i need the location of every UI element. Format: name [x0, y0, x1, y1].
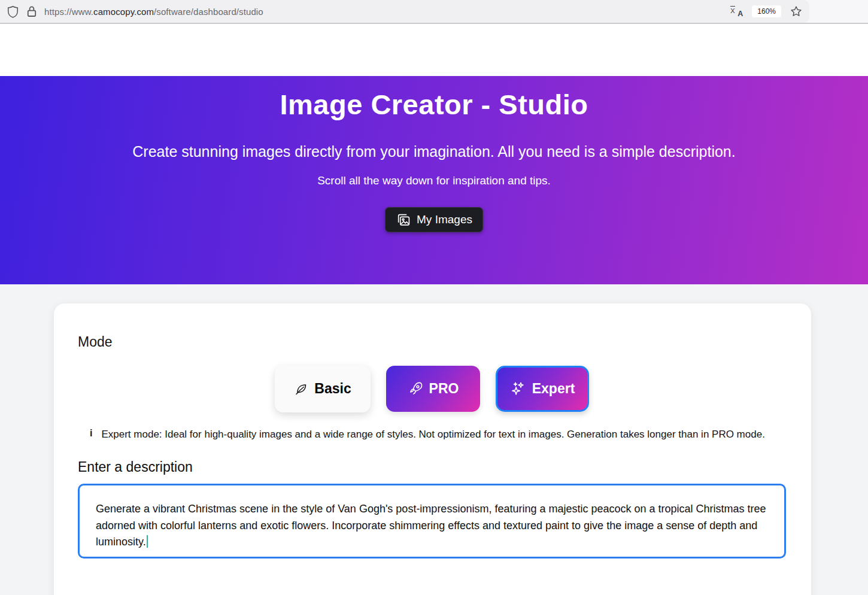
- text-caret: [147, 535, 148, 548]
- url-prefix: https://www.: [44, 7, 93, 17]
- mode-info-text: iExpert mode: Ideal for high-quality ima…: [78, 422, 786, 447]
- mode-expert-button[interactable]: Expert: [496, 366, 589, 412]
- rocket-icon: [408, 381, 423, 397]
- mode-basic-button[interactable]: Basic: [275, 365, 371, 412]
- shield-icon[interactable]: [7, 5, 19, 18]
- bookmark-star-icon[interactable]: [790, 5, 802, 17]
- lock-icon[interactable]: [27, 5, 37, 17]
- images-icon: [396, 212, 411, 227]
- mode-expert-label: Expert: [532, 381, 575, 397]
- description-label: Enter a description: [78, 458, 786, 476]
- leaf-icon: [294, 382, 308, 396]
- my-images-button[interactable]: My Images: [385, 207, 483, 232]
- zoom-level-badge[interactable]: 160%: [752, 5, 781, 17]
- description-value: Generate a vibrant Christmas scene in th…: [96, 503, 766, 548]
- url-text[interactable]: https://www.camocopy.com/software/dashbo…: [44, 7, 263, 17]
- description-textarea[interactable]: Generate a vibrant Christmas scene in th…: [78, 484, 786, 558]
- hero-banner: Image Creator - Studio Create stunning i…: [0, 76, 868, 284]
- hero-subtitle: Create stunning images directly from you…: [132, 143, 735, 160]
- studio-card: Mode Basic: [54, 303, 811, 595]
- my-images-label: My Images: [417, 213, 472, 226]
- browser-toolbar: https://www.camocopy.com/software/dashbo…: [0, 0, 868, 24]
- sparkles-icon: [510, 381, 526, 397]
- info-icon: i: [90, 421, 92, 446]
- page-title: Image Creator - Studio: [280, 88, 588, 122]
- mode-pro-button[interactable]: PRO: [386, 366, 480, 412]
- mode-section-label: Mode: [78, 333, 786, 350]
- mode-button-group: Basic PRO: [78, 365, 786, 412]
- url-path: /software/dashboard/studio: [154, 7, 263, 17]
- url-domain: camocopy.com: [93, 7, 154, 17]
- page-body: Mode Basic: [0, 284, 868, 595]
- translate-icon[interactable]: XA: [730, 6, 743, 17]
- page-top-spacer: [0, 24, 868, 76]
- hero-tip: Scroll all the way down for inspiration …: [317, 174, 551, 187]
- mode-info-body: Expert mode: Ideal for high-quality imag…: [101, 429, 764, 440]
- url-bar[interactable]: https://www.camocopy.com/software/dashbo…: [0, 0, 809, 23]
- mode-pro-label: PRO: [429, 381, 459, 397]
- mode-basic-label: Basic: [314, 381, 351, 397]
